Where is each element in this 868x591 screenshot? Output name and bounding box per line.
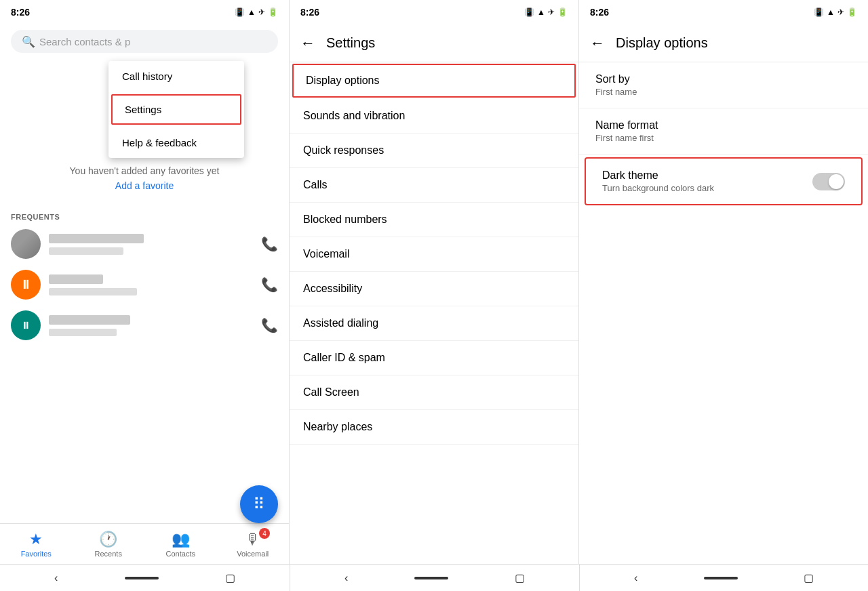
dark-theme-option[interactable]: Dark theme Turn background colors dark	[585, 157, 863, 205]
status-icons-1: 📳 ▲ ✈ 🔋	[235, 7, 278, 17]
settings-quick-responses[interactable]: Quick responses	[290, 134, 578, 168]
contact-phone-blur-1	[49, 247, 123, 255]
voicemail-label: Voicemail	[237, 550, 269, 558]
frequents-label: FREQUENTS	[0, 205, 289, 224]
battery-icon-2: 🔋	[557, 7, 568, 17]
contact-name-blur-1	[49, 234, 144, 243]
favorites-label: Favorites	[21, 550, 52, 558]
call-icon-1[interactable]: 📞	[261, 236, 278, 252]
settings-accessibility[interactable]: Accessibility	[290, 272, 578, 306]
back-btn-2[interactable]: ‹	[344, 572, 348, 584]
contact-info-2	[49, 274, 253, 296]
search-icon: 🔍	[22, 35, 34, 47]
settings-call-screen[interactable]: Call Screen	[290, 375, 578, 410]
nav-voicemail[interactable]: 4 🎙 Voicemail	[217, 524, 290, 564]
search-bar[interactable]: 🔍 Search contacts & p	[11, 30, 278, 53]
signal-icon: ✈	[258, 7, 265, 17]
display-header: ← Display options	[579, 24, 868, 62]
settings-header: ← Settings	[290, 24, 578, 62]
dropdown-settings[interactable]: Settings	[111, 94, 241, 125]
dialpad-icon: ⠿	[253, 495, 265, 514]
status-time-1: 8:26	[11, 7, 30, 18]
panel3-display: 8:26 📳 ▲ ✈ 🔋 ← Display options Sort by F…	[579, 0, 868, 564]
status-icons-2: 📳 ▲ ✈ 🔋	[524, 7, 568, 17]
settings-voicemail[interactable]: Voicemail	[290, 237, 578, 272]
battery-icon: 🔋	[268, 7, 278, 17]
contact-name-blur-2	[49, 274, 103, 284]
nav-favorites[interactable]: ★ Favorites	[0, 524, 73, 564]
system-nav-3: ‹ ▢	[579, 564, 868, 591]
signal-icon-3: ✈	[837, 7, 844, 17]
dark-theme-text: Dark theme Turn background colors dark	[602, 169, 812, 193]
status-bar-3: 8:26 📳 ▲ ✈ 🔋	[579, 0, 868, 24]
favorites-empty-text: You haven't added any favorites yet	[70, 165, 220, 176]
signal-icon-2: ✈	[548, 7, 555, 17]
square-btn-3[interactable]: ▢	[804, 571, 814, 584]
status-icons-3: 📳 ▲ ✈ 🔋	[814, 7, 857, 17]
system-nav-bars: ‹ ▢ ‹ ▢ ‹ ▢	[0, 564, 868, 591]
call-icon-2[interactable]: 📞	[261, 277, 278, 293]
home-pill-3[interactable]	[704, 577, 738, 579]
name-format-title: Name format	[595, 119, 852, 131]
panel1-phone: 8:26 📳 ▲ ✈ 🔋 🔍 Search contacts & p Call …	[0, 0, 290, 564]
status-bar-2: 8:26 📳 ▲ ✈ 🔋	[290, 0, 578, 24]
dropdown-help[interactable]: Help & feedback	[108, 127, 244, 158]
voicemail-badge: 4	[259, 528, 270, 539]
back-btn-1[interactable]: ‹	[54, 572, 58, 584]
settings-list: Display options Sounds and vibration Qui…	[290, 62, 578, 564]
vibrate-icon-2: 📳	[524, 7, 534, 17]
display-back-button[interactable]: ←	[590, 35, 605, 52]
bottom-nav: ★ Favorites 🕐 Recents 👥 Contacts 4 🎙 Voi…	[0, 523, 289, 564]
dark-theme-title: Dark theme	[602, 169, 812, 182]
sort-by-title: Sort by	[595, 73, 852, 85]
avatar-2: ⏸	[11, 270, 41, 300]
square-btn-2[interactable]: ▢	[515, 571, 525, 584]
nav-recents[interactable]: 🕐 Recents	[73, 524, 145, 564]
contact-phone-blur-3	[49, 329, 117, 336]
home-pill-2[interactable]	[414, 577, 448, 579]
dark-theme-subtitle: Turn background colors dark	[602, 183, 812, 193]
vibrate-icon: 📳	[235, 7, 245, 17]
dark-theme-toggle[interactable]	[812, 173, 845, 190]
contacts-icon: 👥	[172, 531, 190, 548]
settings-caller-id[interactable]: Caller ID & spam	[290, 341, 578, 375]
contacts-label: Contacts	[166, 550, 195, 558]
panel2-settings: 8:26 📳 ▲ ✈ 🔋 ← Settings Display options	[290, 0, 579, 564]
contact-item-2[interactable]: ⏸ 📞	[0, 264, 289, 305]
settings-nearby-places[interactable]: Nearby places	[290, 410, 578, 445]
display-title: Display options	[616, 35, 708, 51]
avatar-3: ⏸	[11, 310, 41, 340]
sort-by-subtitle: First name	[595, 87, 852, 97]
wifi-icon-2: ▲	[537, 7, 545, 17]
settings-blocked-numbers[interactable]: Blocked numbers	[290, 203, 578, 237]
wifi-icon-3: ▲	[827, 7, 835, 17]
contact-name-blur-3	[49, 315, 130, 325]
wifi-icon: ▲	[248, 7, 256, 17]
nav-contacts[interactable]: 👥 Contacts	[144, 524, 217, 564]
contact-info-3	[49, 315, 253, 336]
settings-back-button[interactable]: ←	[300, 35, 315, 52]
toggle-knob	[829, 174, 844, 189]
dropdown-call-history[interactable]: Call history	[108, 61, 244, 91]
settings-assisted-dialing[interactable]: Assisted dialing	[290, 306, 578, 341]
voicemail-icon: 🎙	[245, 531, 260, 548]
avatar-1	[11, 229, 41, 259]
home-pill-1[interactable]	[125, 577, 159, 579]
contact-phone-blur-2	[49, 288, 137, 296]
dropdown-menu: Call history Settings Help & feedback	[108, 61, 244, 158]
call-icon-3[interactable]: 📞	[261, 317, 278, 333]
name-format-option[interactable]: Name format First name first	[579, 108, 868, 155]
sort-by-option[interactable]: Sort by First name	[579, 62, 868, 108]
square-btn-1[interactable]: ▢	[225, 571, 235, 584]
contact-item-3[interactable]: ⏸ 📞	[0, 305, 289, 346]
fab-dialpad[interactable]: ⠿	[240, 485, 278, 523]
add-favorite-link[interactable]: Add a favorite	[115, 180, 174, 191]
settings-display-options[interactable]: Display options	[292, 64, 576, 98]
contact-info-1	[49, 234, 253, 255]
back-btn-3[interactable]: ‹	[634, 572, 637, 584]
contact-list: 📞 ⏸ 📞 ⏸	[0, 224, 289, 523]
settings-title: Settings	[326, 35, 375, 51]
settings-calls[interactable]: Calls	[290, 168, 578, 203]
settings-sounds[interactable]: Sounds and vibration	[290, 99, 578, 134]
contact-item-1[interactable]: 📞	[0, 224, 289, 264]
